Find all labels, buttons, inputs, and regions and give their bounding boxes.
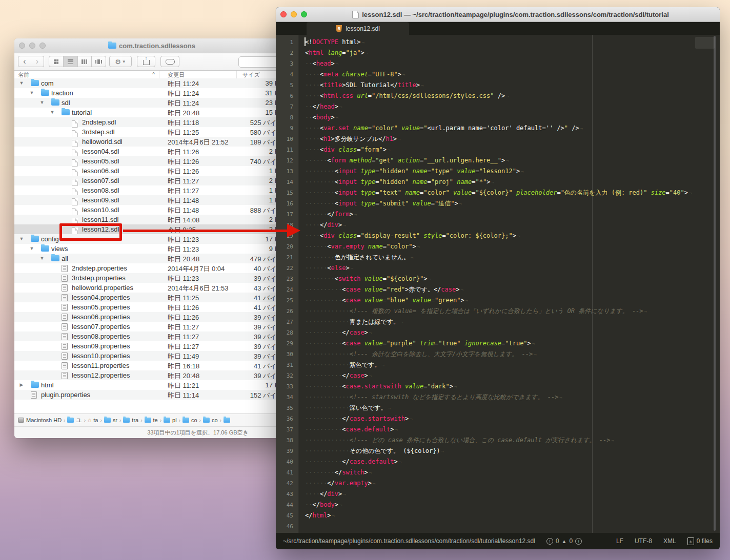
code-line-8[interactable]: 8··<body>: [276, 112, 720, 123]
code-line-43[interactable]: 43····</div>: [276, 489, 720, 500]
code-line-7[interactable]: 7··</head>: [276, 101, 720, 112]
column-header-size[interactable]: サイズ: [242, 71, 260, 79]
code-line-28[interactable]: 28··········</case>: [276, 327, 720, 338]
tag-button[interactable]: [160, 56, 179, 67]
disclosure-open-icon[interactable]: ▼: [39, 256, 45, 261]
encoding-indicator[interactable]: UTF-8: [635, 537, 652, 545]
close-button[interactable]: [280, 11, 287, 17]
file-icon: [62, 304, 68, 311]
code-line-6[interactable]: 6····<html.css url="/html/css/sdllessons…: [276, 91, 720, 101]
disclosure-open-icon[interactable]: ▼: [29, 246, 34, 251]
column-header-date[interactable]: 変更日: [168, 71, 185, 79]
code-line-15[interactable]: 15········<input type="text" name="color…: [276, 188, 720, 198]
files-indicator[interactable]: ± 0 files: [687, 537, 713, 545]
column-header-name[interactable]: 名前: [18, 71, 29, 79]
code-line-33[interactable]: 33··········<case.startswith value="dark…: [276, 381, 720, 392]
code-line-23[interactable]: 23········<switch value="${color}">: [276, 274, 720, 284]
code-line-40[interactable]: 40··········</case.default>: [276, 457, 720, 467]
code-line-35[interactable]: 35············深い色です。: [276, 403, 720, 413]
code-line-18[interactable]: 18····</div>: [276, 220, 720, 231]
code-line-36[interactable]: 36··········</case.startswith>: [276, 413, 720, 424]
action-menu-button[interactable]: ⚙▼: [109, 56, 132, 67]
code-line-34[interactable]: 34············<!--- startswith などを指定するとよ…: [276, 392, 720, 403]
code-line-2[interactable]: 2<html lang="ja">: [276, 48, 720, 58]
code-line-4[interactable]: 4····<meta charset="UTF-8">: [276, 69, 720, 80]
vertical-scrollbar[interactable]: [714, 36, 716, 531]
code-line-30[interactable]: 30············<!--- 余計な空白を除去し、大文字/小文字を無視…: [276, 349, 720, 360]
desktop-wallpaper: com.traction.sdllessons ‹ › ⚙▼ 名前 ^ 変更日 …: [0, 0, 730, 560]
disclosure-open-icon[interactable]: ▼: [19, 80, 24, 86]
path-item-folder[interactable]: [224, 418, 230, 423]
code-line-9[interactable]: 9····<var.set name="color" value="<url.p…: [276, 123, 720, 134]
file-size: 888 バイト: [168, 206, 283, 215]
code-line-26[interactable]: 26············<!--- 複数の value= を指定した場合は「…: [276, 306, 720, 317]
code-area[interactable]: 1<!DOCTYPE html>2<html lang="ja">3··<hea…: [276, 35, 720, 533]
disk-icon: [18, 418, 24, 423]
list-view-button[interactable]: [64, 56, 78, 67]
chevron-down-icon: ▼: [122, 59, 126, 64]
code-line-21[interactable]: 21········色が指定されていません。: [276, 252, 720, 263]
disclosure-open-icon[interactable]: ▼: [19, 236, 24, 241]
code-text: ············<!--- どの case 条件にも合致しない場合、この…: [305, 435, 614, 446]
icon-view-button[interactable]: [49, 56, 64, 67]
code-line-29[interactable]: 29··········<case value="purple" trim="t…: [276, 338, 720, 349]
forward-button[interactable]: ›: [31, 56, 44, 67]
minimap-viewport[interactable]: [695, 37, 715, 49]
code-line-14[interactable]: 14········<input type="hidden" name="pro…: [276, 177, 720, 188]
path-item-co[interactable]: co: [182, 417, 197, 423]
code-line-12[interactable]: 12······<form method="get" action="__url…: [276, 155, 720, 166]
code-line-16[interactable]: 16········<input type="submit" value="送信…: [276, 198, 720, 209]
code-line-32[interactable]: 32··········</case>: [276, 370, 720, 381]
code-text: ··<body>: [305, 112, 338, 123]
folder-icon: [51, 99, 59, 106]
path-item-ユ[interactable]: ユ: [67, 417, 82, 424]
code-line-37[interactable]: 37··········<case.default>: [276, 424, 720, 435]
code-line-5[interactable]: 5····<title>SDL Tutorial</title>: [276, 80, 720, 91]
back-button[interactable]: ‹: [18, 56, 31, 67]
line-ending-indicator[interactable]: LF: [616, 537, 623, 545]
code-line-17[interactable]: 17······</form>: [276, 209, 720, 220]
code-line-27[interactable]: 27············青または緑です。: [276, 317, 720, 327]
code-text: </html>: [305, 510, 335, 522]
tab-lesson12[interactable]: 5 lesson12.sdl: [307, 22, 409, 35]
problem-counts[interactable]: ! 0 ▲ 0 i: [546, 537, 582, 545]
code-line-41[interactable]: 41········</switch>: [276, 467, 720, 478]
code-line-13[interactable]: 13········<input type="hidden" name="typ…: [276, 166, 720, 177]
file-icon: [72, 189, 78, 196]
disclosure-open-icon[interactable]: ▼: [29, 90, 34, 95]
code-line-39[interactable]: 39············その他の色です。 (${color}): [276, 446, 720, 457]
disclosure-closed-icon[interactable]: ▶: [19, 382, 24, 387]
disclosure-open-icon[interactable]: ▼: [39, 100, 45, 105]
path-item-sr[interactable]: sr: [104, 417, 117, 423]
path-item-co[interactable]: co: [203, 417, 218, 423]
code-line-42[interactable]: 42······</var.empty>: [276, 478, 720, 489]
code-line-20[interactable]: 20······<var.empty name="color">: [276, 241, 720, 252]
path-item-Macintosh HD[interactable]: Macintosh HD: [18, 417, 62, 423]
code-line-45[interactable]: 45</html>: [276, 510, 720, 521]
minimize-button[interactable]: [291, 11, 297, 17]
file-size: 39 バイト: [168, 342, 283, 351]
code-text: ············その他の色です。 (${color}): [305, 446, 444, 457]
code-line-31[interactable]: 31············紫色です。: [276, 360, 720, 370]
path-item-ta[interactable]: ⌂ta: [88, 417, 98, 423]
code-line-1[interactable]: 1<!DOCTYPE html>: [276, 37, 720, 48]
disclosure-open-icon[interactable]: ▼: [50, 110, 55, 115]
file-size: 39 バイト: [168, 352, 283, 361]
column-view-button[interactable]: [78, 56, 92, 67]
code-line-24[interactable]: 24··········<case value="red">赤です。</case…: [276, 284, 720, 295]
share-button[interactable]: [137, 56, 155, 67]
code-line-44[interactable]: 44··</body>: [276, 500, 720, 510]
coverflow-view-button[interactable]: [92, 56, 106, 67]
code-line-38[interactable]: 38············<!--- どの case 条件にも合致しない場合、…: [276, 435, 720, 446]
code-line-11[interactable]: 11····<div class="form">: [276, 144, 720, 155]
path-item-pl[interactable]: pl: [164, 417, 177, 423]
path-item-te[interactable]: te: [145, 417, 158, 423]
syntax-indicator[interactable]: XML: [663, 537, 676, 545]
path-item-tra[interactable]: tra: [123, 417, 138, 423]
code-line-3[interactable]: 3··<head>: [276, 58, 720, 69]
code-line-22[interactable]: 22······<else>: [276, 263, 720, 274]
code-line-10[interactable]: 10····<h1>多分岐サンプル</h1>: [276, 134, 720, 144]
code-line-46[interactable]: 46: [276, 521, 720, 532]
code-line-19[interactable]: 19····<div class="display-result" style=…: [276, 231, 720, 241]
code-line-25[interactable]: 25··········<case value="blue" value="gr…: [276, 295, 720, 306]
